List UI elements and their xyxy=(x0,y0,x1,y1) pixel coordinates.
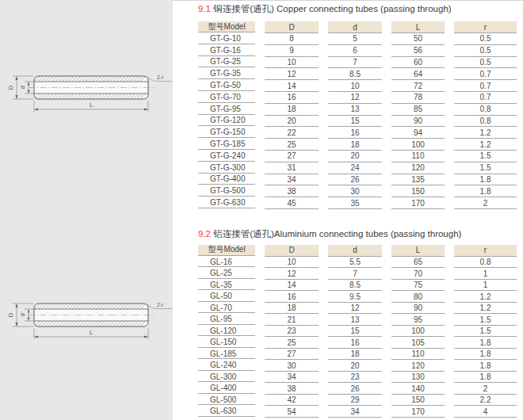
column-header: d xyxy=(328,245,382,257)
column-header: 型号Model xyxy=(198,21,255,32)
model-cell: GL-16 xyxy=(198,257,255,268)
copper-tube-drawing: D d L 2-r xyxy=(0,70,173,119)
column-header: L xyxy=(391,21,445,33)
spec-value-cell: 18 xyxy=(328,139,382,151)
spec-value-cell: 95 xyxy=(391,314,445,326)
model-cell: GT-G-16 xyxy=(198,45,255,56)
spec-value-cell: 1.8 xyxy=(454,174,517,186)
spec-value-cell: 30 xyxy=(328,185,382,197)
spec-value-cell: 8 xyxy=(265,33,319,45)
spec-value-cell: 10 xyxy=(328,80,382,92)
spec-value-cell: 70 xyxy=(391,268,445,280)
spec-value-cell: 8.5 xyxy=(328,68,382,80)
copper-tube-spec-table: 型号ModelDdLrGT-G-1085500.5GT-G-1696560.5G… xyxy=(198,21,523,209)
spec-value-cell: 12 xyxy=(265,268,319,280)
spec-value-cell: 78 xyxy=(391,92,445,104)
spec-value-cell: 30 xyxy=(265,360,319,372)
spec-value-cell: 16 xyxy=(328,337,382,349)
spec-value-cell: 23 xyxy=(328,372,382,384)
column-header: D xyxy=(265,245,319,257)
spec-value-cell: 15 xyxy=(328,116,382,128)
spec-value-cell: 24 xyxy=(328,162,382,174)
spec-value-cell: 150 xyxy=(391,395,445,407)
spec-value-cell: 26 xyxy=(328,383,382,395)
spec-value-cell: 4 xyxy=(454,406,517,418)
spec-value-cell: 0.8 xyxy=(454,104,517,116)
spec-value-cell: 12 xyxy=(265,68,319,80)
model-cell: GT-G-400 xyxy=(198,174,255,185)
spec-value-cell: 100 xyxy=(391,139,445,151)
column-header: d xyxy=(328,21,382,33)
model-cell: GT-G-240 xyxy=(198,151,255,162)
spec-value-cell: 1.5 xyxy=(454,151,517,162)
spec-value-cell: 1.5 xyxy=(454,326,517,338)
spec-value-cell: 20 xyxy=(265,116,319,128)
spec-value-cell: 110 xyxy=(391,151,445,162)
spec-value-cell: 1.8 xyxy=(454,372,517,384)
corner-radius-label: 2-r xyxy=(157,302,164,307)
aluminium-tube-drawing: D d L 2-r xyxy=(0,297,173,346)
drawing-panel: D d L 2-r xyxy=(0,0,173,420)
model-cell: GT-G-50 xyxy=(198,80,255,91)
spec-value-cell: 12 xyxy=(328,303,382,315)
model-cell: GT-G-300 xyxy=(198,162,255,174)
spec-value-cell: 130 xyxy=(391,372,445,384)
spec-value-cell: 170 xyxy=(391,197,445,209)
spec-value-cell: 25 xyxy=(265,139,319,151)
spec-value-cell: 13 xyxy=(328,104,382,116)
spec-value-cell: 1.8 xyxy=(454,360,517,372)
aluminium-tube-spec-table: 型号ModelDdLrGL-16105.5650.8GL-25127701GL-… xyxy=(198,245,523,418)
spec-value-cell: 38 xyxy=(265,185,319,197)
spec-value-cell: 12 xyxy=(328,92,382,104)
model-cell: GL-150 xyxy=(198,337,255,348)
spec-value-cell: 1.5 xyxy=(454,162,517,174)
spec-value-cell: 64 xyxy=(391,68,445,80)
model-cell: GL-120 xyxy=(198,326,255,337)
section-title: 铜连接管(通孔) Copper connecting tubes (passin… xyxy=(213,4,451,13)
spec-value-cell: 0.5 xyxy=(454,57,517,69)
spec-value-cell: 13 xyxy=(328,314,382,326)
spec-value-cell: 20 xyxy=(328,360,382,372)
spec-value-cell: 170 xyxy=(391,406,445,418)
spec-value-cell: 1 xyxy=(454,280,517,292)
model-cell: GL-50 xyxy=(198,291,255,302)
model-cell: GL-25 xyxy=(198,268,255,279)
length-label: L xyxy=(90,329,93,336)
spec-value-cell: 0.7 xyxy=(454,68,517,80)
spec-value-cell: 75 xyxy=(391,280,445,292)
spec-value-cell: 34 xyxy=(265,372,319,384)
spec-value-cell: 85 xyxy=(391,104,445,116)
inner-diameter-label: d xyxy=(19,86,26,89)
spec-value-cell: 27 xyxy=(265,349,319,361)
spec-value-cell: 120 xyxy=(391,360,445,372)
model-cell: GL-240 xyxy=(198,360,255,371)
section-heading: 9.1 铜连接管(通孔) Copper connecting tubes (pa… xyxy=(198,3,523,15)
spec-value-cell: 20 xyxy=(328,151,382,162)
spec-value-cell: 1.2 xyxy=(454,139,517,151)
spec-value-cell: 8.5 xyxy=(328,280,382,292)
spec-value-cell: 7 xyxy=(328,57,382,69)
spec-value-cell: 1.5 xyxy=(454,314,517,326)
model-cell: GT-G-10 xyxy=(198,33,255,44)
spec-value-cell: 1.8 xyxy=(454,349,517,361)
spec-value-cell: 16 xyxy=(328,127,382,139)
model-cell: GT-G-120 xyxy=(198,116,255,127)
model-cell: GL-35 xyxy=(198,280,255,291)
spec-value-cell: 100 xyxy=(391,326,445,338)
spec-value-cell: 65 xyxy=(391,257,445,269)
section-aluminium-tubes: 9.2 铝连接管(通孔)Aluminium connecting tubes (… xyxy=(198,228,523,418)
spec-value-cell: 5.5 xyxy=(328,257,382,269)
spec-value-cell: 15 xyxy=(328,326,382,338)
model-cell: GT-G-70 xyxy=(198,92,255,103)
spec-value-cell: 135 xyxy=(391,174,445,186)
model-cell: GL-400 xyxy=(198,383,255,394)
spec-value-cell: 2 xyxy=(454,197,517,209)
spec-value-cell: 0.7 xyxy=(454,92,517,104)
outer-diameter-label: D xyxy=(7,85,14,90)
spec-value-cell: 14 xyxy=(265,280,319,292)
spec-value-cell: 0.8 xyxy=(454,116,517,128)
spec-value-cell: 29 xyxy=(328,395,382,407)
spec-value-cell: 25 xyxy=(265,337,319,349)
spec-value-cell: 18 xyxy=(265,303,319,315)
model-cell: GL-95 xyxy=(198,314,255,325)
